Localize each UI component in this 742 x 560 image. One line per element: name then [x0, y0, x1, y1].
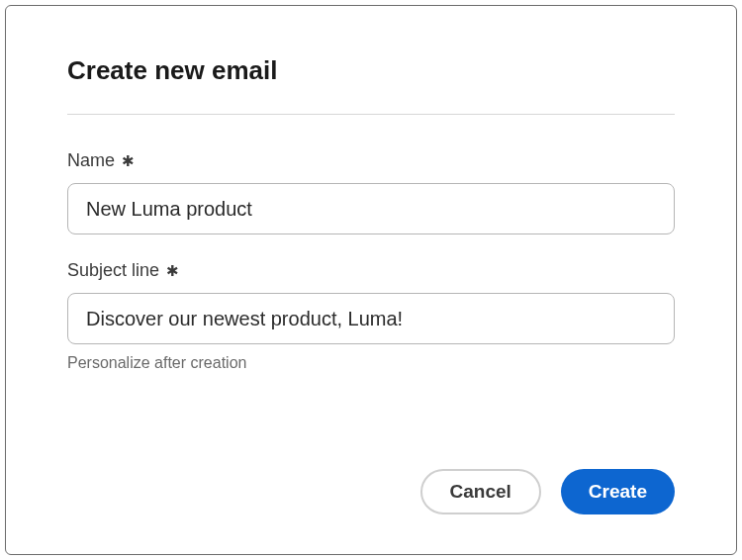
create-button[interactable]: Create	[561, 469, 675, 514]
subject-help-text: Personalize after creation	[67, 354, 675, 372]
name-input[interactable]	[67, 183, 675, 234]
dialog-title: Create new email	[67, 55, 675, 86]
subject-input[interactable]	[67, 293, 675, 344]
name-label: Name ✱	[67, 150, 675, 171]
subject-field-group: Subject line ✱ Personalize after creatio…	[67, 260, 675, 372]
required-asterisk-icon: ✱	[122, 152, 135, 169]
subject-label-text: Subject line	[67, 260, 159, 280]
subject-label: Subject line ✱	[67, 260, 675, 281]
required-asterisk-icon: ✱	[166, 262, 179, 279]
divider	[67, 114, 675, 115]
name-label-text: Name	[67, 150, 115, 170]
name-field-group: Name ✱	[67, 150, 675, 234]
button-row: Cancel Create	[67, 449, 675, 514]
cancel-button[interactable]: Cancel	[420, 469, 541, 514]
create-email-dialog: Create new email Name ✱ Subject line ✱ P…	[5, 5, 737, 555]
